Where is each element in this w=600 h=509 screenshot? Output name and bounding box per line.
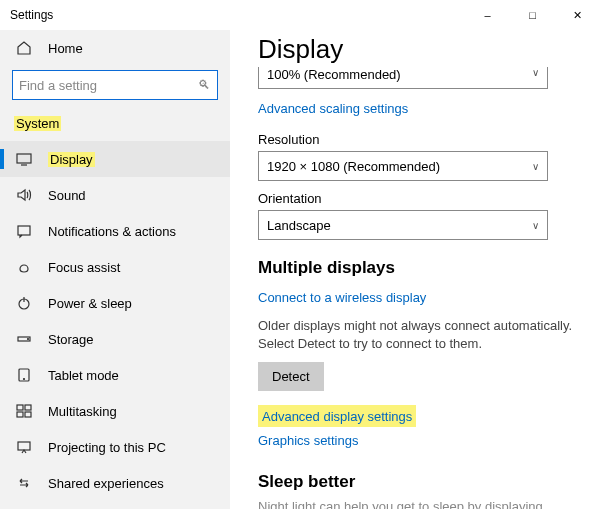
chevron-down-icon: ∨: [532, 220, 539, 231]
svg-rect-8: [25, 405, 31, 410]
svg-rect-7: [17, 405, 23, 410]
orientation-dropdown[interactable]: Landscape ∨: [258, 210, 548, 240]
sidebar-item-label: Projecting to this PC: [48, 440, 166, 455]
svg-rect-9: [17, 412, 23, 417]
svg-rect-1: [18, 226, 30, 235]
notifications-icon: [14, 223, 34, 239]
power-icon: [14, 295, 34, 311]
sidebar-item-projecting[interactable]: Projecting to this PC: [0, 429, 230, 465]
resolution-value: 1920 × 1080 (Recommended): [267, 159, 440, 174]
chevron-down-icon: ∨: [532, 67, 539, 78]
advanced-display-link[interactable]: Advanced display settings: [262, 409, 412, 424]
svg-rect-10: [25, 412, 31, 417]
page-title: Display: [258, 34, 600, 65]
sidebar-item-sound[interactable]: Sound: [0, 177, 230, 213]
sidebar-item-label: Display: [48, 152, 95, 167]
resolution-label: Resolution: [258, 132, 600, 147]
sidebar-item-power-sleep[interactable]: Power & sleep: [0, 285, 230, 321]
sidebar-item-label: Storage: [48, 332, 94, 347]
svg-point-6: [24, 379, 25, 380]
home-button[interactable]: Home: [0, 32, 230, 64]
titlebar: Settings – □ ✕: [0, 0, 600, 30]
sidebar-item-label: Notifications & actions: [48, 224, 176, 239]
scale-value: 100% (Recommended): [267, 67, 401, 82]
window-controls: – □ ✕: [465, 0, 600, 30]
search-container: 🔍︎: [0, 64, 230, 106]
category-label: System: [14, 116, 61, 131]
multitasking-icon: [14, 403, 34, 419]
sidebar-item-label: Shared experiences: [48, 476, 164, 491]
window-title: Settings: [10, 8, 53, 22]
search-input[interactable]: [12, 70, 218, 100]
sidebar: Home 🔍︎ System Display Sound Notificatio…: [0, 30, 230, 509]
sidebar-item-label: Focus assist: [48, 260, 120, 275]
sound-icon: [14, 187, 34, 203]
resolution-dropdown[interactable]: 1920 × 1080 (Recommended) ∨: [258, 151, 548, 181]
sidebar-item-tablet-mode[interactable]: Tablet mode: [0, 357, 230, 393]
sidebar-item-remote-desktop[interactable]: Remote Desktop: [0, 501, 230, 509]
maximize-button[interactable]: □: [510, 0, 555, 30]
projecting-icon: [14, 439, 34, 455]
sidebar-item-label: Sound: [48, 188, 86, 203]
minimize-button[interactable]: –: [465, 0, 510, 30]
orientation-value: Landscape: [267, 218, 331, 233]
home-icon: [14, 40, 34, 56]
scale-dropdown[interactable]: 100% (Recommended) ∨: [258, 67, 548, 89]
sidebar-item-storage[interactable]: Storage: [0, 321, 230, 357]
older-displays-text: Older displays might not always connect …: [258, 317, 578, 352]
sidebar-item-notifications[interactable]: Notifications & actions: [0, 213, 230, 249]
home-label: Home: [48, 41, 83, 56]
sidebar-item-label: Multitasking: [48, 404, 117, 419]
chevron-down-icon: ∨: [532, 161, 539, 172]
advanced-display-highlight: Advanced display settings: [258, 405, 416, 427]
sidebar-item-focus-assist[interactable]: Focus assist: [0, 249, 230, 285]
sleep-better-text: Night light can help you get to sleep by…: [258, 498, 578, 509]
main-content: Display 100% (Recommended) ∨ Advanced sc…: [230, 30, 600, 509]
display-icon: [14, 151, 34, 167]
sidebar-item-multitasking[interactable]: Multitasking: [0, 393, 230, 429]
advanced-scaling-link[interactable]: Advanced scaling settings: [258, 101, 408, 116]
shared-icon: [14, 475, 34, 491]
detect-button[interactable]: Detect: [258, 362, 324, 391]
sidebar-item-display[interactable]: Display: [0, 141, 230, 177]
close-button[interactable]: ✕: [555, 0, 600, 30]
multiple-displays-heading: Multiple displays: [258, 258, 600, 278]
category-heading: System: [0, 106, 230, 141]
orientation-label: Orientation: [258, 191, 600, 206]
tablet-icon: [14, 367, 34, 383]
svg-rect-11: [18, 442, 30, 450]
sidebar-item-shared-experiences[interactable]: Shared experiences: [0, 465, 230, 501]
svg-rect-0: [17, 154, 31, 163]
sleep-better-heading: Sleep better: [258, 472, 600, 492]
connect-wireless-link[interactable]: Connect to a wireless display: [258, 290, 426, 305]
svg-point-4: [28, 339, 29, 340]
sidebar-item-label: Power & sleep: [48, 296, 132, 311]
graphics-settings-link[interactable]: Graphics settings: [258, 433, 358, 448]
focus-assist-icon: [14, 259, 34, 275]
sidebar-item-label: Tablet mode: [48, 368, 119, 383]
storage-icon: [14, 331, 34, 347]
